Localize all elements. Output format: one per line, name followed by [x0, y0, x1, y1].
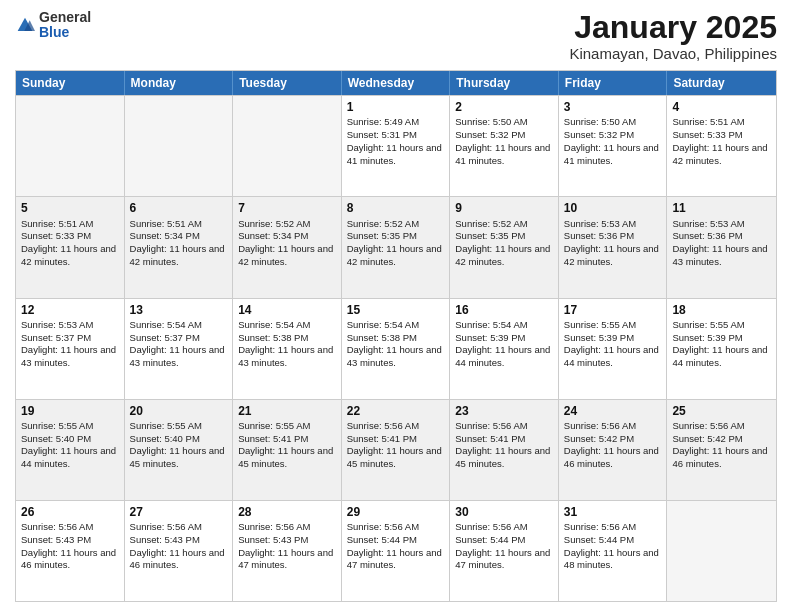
day-cell-2: 2Sunrise: 5:50 AMSunset: 5:32 PMDaylight… [450, 96, 559, 196]
day-cell-19: 19Sunrise: 5:55 AMSunset: 5:40 PMDayligh… [16, 400, 125, 500]
cell-info: Sunrise: 5:53 AMSunset: 5:36 PMDaylight:… [672, 218, 771, 269]
day-cell-31: 31Sunrise: 5:56 AMSunset: 5:44 PMDayligh… [559, 501, 668, 601]
day-number: 26 [21, 504, 119, 520]
day-header-saturday: Saturday [667, 71, 776, 95]
day-cell-17: 17Sunrise: 5:55 AMSunset: 5:39 PMDayligh… [559, 299, 668, 399]
cell-info: Sunrise: 5:56 AMSunset: 5:43 PMDaylight:… [21, 521, 119, 572]
day-number: 8 [347, 200, 445, 216]
day-cell-28: 28Sunrise: 5:56 AMSunset: 5:43 PMDayligh… [233, 501, 342, 601]
day-number: 11 [672, 200, 771, 216]
logo-general: General [39, 10, 91, 25]
day-number: 15 [347, 302, 445, 318]
day-header-friday: Friday [559, 71, 668, 95]
day-number: 10 [564, 200, 662, 216]
day-cell-16: 16Sunrise: 5:54 AMSunset: 5:39 PMDayligh… [450, 299, 559, 399]
day-number: 6 [130, 200, 228, 216]
day-header-wednesday: Wednesday [342, 71, 451, 95]
calendar-subtitle: Kinamayan, Davao, Philippines [569, 45, 777, 62]
day-number: 14 [238, 302, 336, 318]
day-number: 19 [21, 403, 119, 419]
day-number: 18 [672, 302, 771, 318]
cell-info: Sunrise: 5:55 AMSunset: 5:39 PMDaylight:… [564, 319, 662, 370]
day-number: 9 [455, 200, 553, 216]
cell-info: Sunrise: 5:51 AMSunset: 5:33 PMDaylight:… [672, 116, 771, 167]
empty-cell [667, 501, 776, 601]
week-row-4: 26Sunrise: 5:56 AMSunset: 5:43 PMDayligh… [16, 500, 776, 601]
day-number: 1 [347, 99, 445, 115]
day-number: 3 [564, 99, 662, 115]
day-cell-22: 22Sunrise: 5:56 AMSunset: 5:41 PMDayligh… [342, 400, 451, 500]
week-row-0: 1Sunrise: 5:49 AMSunset: 5:31 PMDaylight… [16, 95, 776, 196]
cell-info: Sunrise: 5:52 AMSunset: 5:35 PMDaylight:… [455, 218, 553, 269]
day-cell-21: 21Sunrise: 5:55 AMSunset: 5:41 PMDayligh… [233, 400, 342, 500]
cell-info: Sunrise: 5:55 AMSunset: 5:40 PMDaylight:… [21, 420, 119, 471]
calendar-title: January 2025 [569, 10, 777, 45]
cell-info: Sunrise: 5:54 AMSunset: 5:37 PMDaylight:… [130, 319, 228, 370]
day-cell-9: 9Sunrise: 5:52 AMSunset: 5:35 PMDaylight… [450, 197, 559, 297]
day-cell-5: 5Sunrise: 5:51 AMSunset: 5:33 PMDaylight… [16, 197, 125, 297]
day-cell-10: 10Sunrise: 5:53 AMSunset: 5:36 PMDayligh… [559, 197, 668, 297]
day-header-monday: Monday [125, 71, 234, 95]
calendar: SundayMondayTuesdayWednesdayThursdayFrid… [15, 70, 777, 602]
day-number: 4 [672, 99, 771, 115]
day-cell-11: 11Sunrise: 5:53 AMSunset: 5:36 PMDayligh… [667, 197, 776, 297]
day-number: 13 [130, 302, 228, 318]
cell-info: Sunrise: 5:56 AMSunset: 5:43 PMDaylight:… [238, 521, 336, 572]
cell-info: Sunrise: 5:54 AMSunset: 5:38 PMDaylight:… [347, 319, 445, 370]
day-cell-23: 23Sunrise: 5:56 AMSunset: 5:41 PMDayligh… [450, 400, 559, 500]
day-cell-29: 29Sunrise: 5:56 AMSunset: 5:44 PMDayligh… [342, 501, 451, 601]
logo-blue: Blue [39, 25, 91, 40]
day-cell-13: 13Sunrise: 5:54 AMSunset: 5:37 PMDayligh… [125, 299, 234, 399]
header: General Blue January 2025 Kinamayan, Dav… [15, 10, 777, 62]
week-row-3: 19Sunrise: 5:55 AMSunset: 5:40 PMDayligh… [16, 399, 776, 500]
week-row-1: 5Sunrise: 5:51 AMSunset: 5:33 PMDaylight… [16, 196, 776, 297]
day-cell-1: 1Sunrise: 5:49 AMSunset: 5:31 PMDaylight… [342, 96, 451, 196]
day-cell-26: 26Sunrise: 5:56 AMSunset: 5:43 PMDayligh… [16, 501, 125, 601]
cell-info: Sunrise: 5:51 AMSunset: 5:34 PMDaylight:… [130, 218, 228, 269]
cell-info: Sunrise: 5:50 AMSunset: 5:32 PMDaylight:… [455, 116, 553, 167]
cell-info: Sunrise: 5:52 AMSunset: 5:34 PMDaylight:… [238, 218, 336, 269]
empty-cell [16, 96, 125, 196]
logo: General Blue [15, 10, 91, 41]
calendar-body: 1Sunrise: 5:49 AMSunset: 5:31 PMDaylight… [16, 95, 776, 601]
day-number: 17 [564, 302, 662, 318]
day-number: 31 [564, 504, 662, 520]
day-number: 5 [21, 200, 119, 216]
day-number: 27 [130, 504, 228, 520]
empty-cell [233, 96, 342, 196]
day-cell-20: 20Sunrise: 5:55 AMSunset: 5:40 PMDayligh… [125, 400, 234, 500]
day-cell-27: 27Sunrise: 5:56 AMSunset: 5:43 PMDayligh… [125, 501, 234, 601]
day-number: 29 [347, 504, 445, 520]
cell-info: Sunrise: 5:56 AMSunset: 5:44 PMDaylight:… [347, 521, 445, 572]
empty-cell [125, 96, 234, 196]
day-number: 25 [672, 403, 771, 419]
cell-info: Sunrise: 5:55 AMSunset: 5:41 PMDaylight:… [238, 420, 336, 471]
cell-info: Sunrise: 5:55 AMSunset: 5:39 PMDaylight:… [672, 319, 771, 370]
day-cell-25: 25Sunrise: 5:56 AMSunset: 5:42 PMDayligh… [667, 400, 776, 500]
day-number: 30 [455, 504, 553, 520]
day-cell-8: 8Sunrise: 5:52 AMSunset: 5:35 PMDaylight… [342, 197, 451, 297]
cell-info: Sunrise: 5:56 AMSunset: 5:42 PMDaylight:… [672, 420, 771, 471]
page: General Blue January 2025 Kinamayan, Dav… [0, 0, 792, 612]
day-number: 23 [455, 403, 553, 419]
cell-info: Sunrise: 5:56 AMSunset: 5:44 PMDaylight:… [455, 521, 553, 572]
cell-info: Sunrise: 5:56 AMSunset: 5:41 PMDaylight:… [455, 420, 553, 471]
cell-info: Sunrise: 5:56 AMSunset: 5:43 PMDaylight:… [130, 521, 228, 572]
cell-info: Sunrise: 5:56 AMSunset: 5:41 PMDaylight:… [347, 420, 445, 471]
day-header-thursday: Thursday [450, 71, 559, 95]
day-header-tuesday: Tuesday [233, 71, 342, 95]
day-number: 12 [21, 302, 119, 318]
day-cell-30: 30Sunrise: 5:56 AMSunset: 5:44 PMDayligh… [450, 501, 559, 601]
calendar-header-row: SundayMondayTuesdayWednesdayThursdayFrid… [16, 71, 776, 95]
cell-info: Sunrise: 5:56 AMSunset: 5:42 PMDaylight:… [564, 420, 662, 471]
day-cell-3: 3Sunrise: 5:50 AMSunset: 5:32 PMDaylight… [559, 96, 668, 196]
day-number: 7 [238, 200, 336, 216]
day-number: 16 [455, 302, 553, 318]
day-number: 22 [347, 403, 445, 419]
day-number: 20 [130, 403, 228, 419]
cell-info: Sunrise: 5:52 AMSunset: 5:35 PMDaylight:… [347, 218, 445, 269]
day-number: 21 [238, 403, 336, 419]
cell-info: Sunrise: 5:55 AMSunset: 5:40 PMDaylight:… [130, 420, 228, 471]
day-cell-4: 4Sunrise: 5:51 AMSunset: 5:33 PMDaylight… [667, 96, 776, 196]
day-number: 24 [564, 403, 662, 419]
